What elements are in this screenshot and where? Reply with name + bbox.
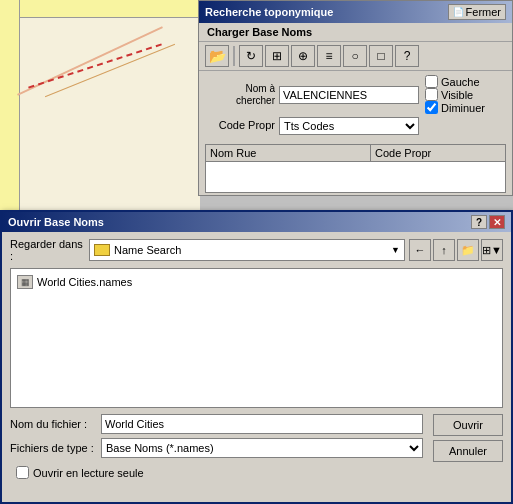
- gauche-label: Gauche: [441, 76, 480, 88]
- back-button[interactable]: ←: [409, 239, 431, 261]
- nom-label: Nom àchercher: [205, 83, 275, 107]
- view-button[interactable]: ⊞▼: [481, 239, 503, 261]
- filename-input[interactable]: [101, 414, 423, 434]
- panel-subtitle: Charger Base Noms: [199, 23, 512, 42]
- panel-close-label: Fermer: [466, 6, 501, 18]
- results-table: Nom Rue Code Propr: [205, 144, 506, 193]
- toolbar-separator: [233, 46, 235, 66]
- readonly-row: Ouvrir en lecture seule: [10, 466, 503, 479]
- map-dashed-line: [28, 43, 162, 88]
- folder-icon: [94, 244, 110, 256]
- look-in-value: Name Search: [114, 244, 391, 256]
- look-in-select[interactable]: Name Search ▼: [89, 239, 405, 261]
- diminuer-checkbox[interactable]: [425, 101, 438, 114]
- code-label: Code Propr: [205, 119, 275, 132]
- look-in-row: Regarder dans : Name Search ▼ ← ↑ 📁 ⊞▼: [10, 238, 503, 262]
- ouvrir-button[interactable]: Ouvrir: [433, 414, 503, 436]
- readonly-label: Ouvrir en lecture seule: [33, 467, 144, 479]
- grid-button[interactable]: ⊞: [265, 45, 289, 67]
- map-line: [17, 26, 163, 95]
- dropdown-arrow-icon: ▼: [391, 245, 400, 255]
- filetype-label: Fichiers de type :: [10, 442, 95, 454]
- filename-label: Nom du fichier :: [10, 418, 95, 430]
- col-nom-rue: Nom Rue: [206, 145, 371, 161]
- nom-input[interactable]: [279, 86, 419, 104]
- right-panel: Recherche toponymique 📄 Fermer Charger B…: [198, 0, 513, 196]
- ruler-left: [0, 0, 20, 220]
- dialog-title-buttons: ? ✕: [471, 215, 505, 229]
- annuler-button[interactable]: Annuler: [433, 440, 503, 462]
- panel-close-button[interactable]: 📄 Fermer: [448, 4, 506, 20]
- dialog-title: Ouvrir Base Noms: [8, 216, 104, 228]
- file-item[interactable]: ▦ World Cities.names: [15, 273, 498, 291]
- nav-buttons: ← ↑ 📁 ⊞▼: [409, 239, 503, 261]
- col-code-propr: Code Propr: [371, 145, 505, 161]
- table-header: Nom Rue Code Propr: [206, 145, 505, 162]
- filetype-select[interactable]: Base Noms (*.names): [101, 438, 423, 458]
- panel-title: Recherche toponymique: [205, 6, 333, 18]
- action-buttons: Ouvrir Annuler: [433, 414, 503, 462]
- ouvrir-dialog: Ouvrir Base Noms ? ✕ Regarder dans : Nam…: [0, 210, 513, 504]
- dialog-title-bar: Ouvrir Base Noms ? ✕: [2, 212, 511, 232]
- gauche-checkbox[interactable]: [425, 75, 438, 88]
- circle-button[interactable]: ○: [343, 45, 367, 67]
- filetype-row: Fichiers de type : Base Noms (*.names): [10, 438, 423, 458]
- file-icon: ▦: [17, 275, 33, 289]
- target-button[interactable]: ⊕: [291, 45, 315, 67]
- bottom-section: Nom du fichier : Fichiers de type : Base…: [10, 414, 503, 462]
- gauche-row: Gauche: [425, 75, 485, 88]
- search-form: Nom àchercher Gauche Visible Diminuer Co…: [199, 71, 512, 142]
- toolbar: 📂 ↻ ⊞ ⊕ ≡ ○ □ ?: [199, 42, 512, 71]
- new-folder-button[interactable]: 📁: [457, 239, 479, 261]
- table-body: [206, 162, 505, 192]
- file-list[interactable]: ▦ World Cities.names: [10, 268, 503, 408]
- file-name: World Cities.names: [37, 276, 132, 288]
- nom-row: Nom àchercher Gauche Visible Diminuer: [205, 75, 506, 114]
- filename-row: Nom du fichier :: [10, 414, 423, 434]
- dialog-body: Regarder dans : Name Search ▼ ← ↑ 📁 ⊞▼ ▦…: [2, 232, 511, 485]
- look-in-label: Regarder dans :: [10, 238, 85, 262]
- open-button[interactable]: 📂: [205, 45, 229, 67]
- ruler-top: [0, 0, 200, 18]
- square-button[interactable]: □: [369, 45, 393, 67]
- refresh-button[interactable]: ↻: [239, 45, 263, 67]
- diminuer-row: Diminuer: [425, 101, 485, 114]
- up-button[interactable]: ↑: [433, 239, 455, 261]
- visible-label: Visible: [441, 89, 473, 101]
- visible-checkbox[interactable]: [425, 88, 438, 101]
- code-select[interactable]: Tts Codes: [279, 117, 419, 135]
- dialog-help-button[interactable]: ?: [471, 215, 487, 229]
- map-background: [0, 0, 200, 220]
- help-button[interactable]: ?: [395, 45, 419, 67]
- bottom-form: Nom du fichier : Fichiers de type : Base…: [10, 414, 423, 458]
- diminuer-label: Diminuer: [441, 102, 485, 114]
- list-button[interactable]: ≡: [317, 45, 341, 67]
- dialog-close-button[interactable]: ✕: [489, 215, 505, 229]
- checkbox-group: Gauche Visible Diminuer: [425, 75, 485, 114]
- readonly-checkbox[interactable]: [16, 466, 29, 479]
- visible-row: Visible: [425, 88, 485, 101]
- panel-title-bar: Recherche toponymique 📄 Fermer: [199, 1, 512, 23]
- code-row: Code Propr Tts Codes: [205, 117, 506, 135]
